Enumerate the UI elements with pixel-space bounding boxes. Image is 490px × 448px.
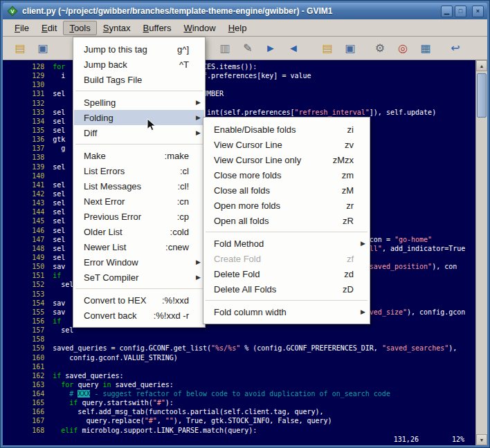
menu-item-close-all-folds[interactable]: Close all foldszM <box>204 183 369 198</box>
paste-icon[interactable]: ▥ <box>216 39 234 57</box>
load-session-icon[interactable]: ▤ <box>318 39 336 57</box>
code-line-158[interactable]: 158 <box>3 335 475 344</box>
menu-item-fold-method[interactable]: Fold Method▶ <box>204 236 369 251</box>
code-line-166[interactable]: 166 self.add_msg_tab(functools.partial(s… <box>3 407 475 416</box>
menubar-item-edit[interactable]: Edit <box>35 21 63 35</box>
code-line-163[interactable]: 163 for query in saved_queries: <box>3 380 475 389</box>
menu-item-convert-to-hex[interactable]: Convert to HEX:%!xxd <box>74 292 204 308</box>
code-line-159[interactable]: 159 saved_queries = config.GCONF.get_lis… <box>3 344 475 353</box>
menubar-item-help[interactable]: Help <box>222 21 253 35</box>
menu-item-error-window[interactable]: Error Window▶ <box>74 254 204 270</box>
run-script-icon[interactable]: ⚙ <box>371 39 389 57</box>
menu-item-label: Convert back <box>84 310 144 321</box>
submenu-arrow-icon: ▶ <box>194 114 201 121</box>
menu-item-open-all-folds[interactable]: Open all foldszR <box>204 213 369 228</box>
code-line-167[interactable]: 167 query.replace("#", ""), True, gtk.ST… <box>3 416 475 425</box>
line-number: 161 <box>3 363 53 371</box>
menubar-item-file[interactable]: File <box>8 21 35 35</box>
code-line-161[interactable]: 161 <box>3 362 475 371</box>
menu-item-view-cursor-line-only[interactable]: View Cursor Line onlyzMzx <box>204 152 369 167</box>
menu-item-shortcut: ^T <box>179 59 189 70</box>
menu-item-list-errors[interactable]: List Errors:cl <box>74 163 204 178</box>
scrollbar-up-icon[interactable]: ▲ <box>476 60 487 71</box>
menu-item-convert-back[interactable]: Convert back:%!xxd -r <box>74 308 204 323</box>
menu-item-diff[interactable]: Diff▶ <box>74 125 204 140</box>
menu-item-shortcut: :cl! <box>177 181 189 192</box>
menu-item-set-compiler[interactable]: SeT Compiler▶ <box>74 270 204 285</box>
maximize-button[interactable]: □ <box>455 6 466 17</box>
menubar-item-window[interactable]: Window <box>177 21 221 35</box>
folding-menu: Enable/Disable foldsziView Cursor Linezv… <box>203 117 370 324</box>
menu-item-next-error[interactable]: Next Error:cn <box>74 194 204 209</box>
menu-item-delete-all-folds[interactable]: Delete All FoldszD <box>204 281 369 297</box>
menu-item-folding[interactable]: Folding▶ <box>74 110 204 125</box>
line-number: 129 <box>3 72 53 80</box>
line-number: 155 <box>3 308 53 316</box>
code-line-165[interactable]: 165 if query.startswith("#"): <box>3 398 475 407</box>
menu-item-shortcut: zR <box>343 216 354 226</box>
find-next-icon[interactable]: ► <box>262 39 280 57</box>
menu-item-spelling[interactable]: Spelling▶ <box>74 95 204 110</box>
menu-item-label: Fold Method <box>214 239 344 249</box>
menu-item-older-list[interactable]: Older List:cold <box>74 224 204 239</box>
menu-item-shortcut: zv <box>345 140 354 150</box>
menu-item-close-more-folds[interactable]: Close more foldszm <box>204 167 369 183</box>
line-number: 140 <box>3 172 53 180</box>
tag-jump-icon[interactable]: ▦ <box>417 39 435 57</box>
menu-item-jump-to-this-tag[interactable]: Jump to this tagg^] <box>74 41 204 57</box>
code-line-160[interactable]: 160 config.gconf.VALUE_STRING) <box>3 353 475 362</box>
find-replace-icon[interactable]: ✎ <box>239 39 257 57</box>
menu-item-list-messages[interactable]: List Messages:cl! <box>74 178 204 194</box>
cursor-position: 131,26 <box>394 434 419 445</box>
save-session-icon[interactable]: ▣ <box>341 39 359 57</box>
code-line-168[interactable]: 168 elif microblog.support.LINK_PARSE.ma… <box>3 426 475 435</box>
line-number: 141 <box>3 181 53 189</box>
menu-item-newer-list[interactable]: Newer List:cnew <box>74 239 204 254</box>
menu-item-make[interactable]: Make:make <box>74 148 204 163</box>
menu-item-view-cursor-line[interactable]: View Cursor Linezv <box>204 137 369 152</box>
scrollbar[interactable]: ▲ ▼ <box>475 60 487 445</box>
scrollbar-thumb[interactable] <box>477 73 487 118</box>
open-file-icon[interactable]: ▤ <box>11 39 29 57</box>
line-number: 138 <box>3 153 53 161</box>
minimize-button[interactable]: ▁ <box>441 6 453 17</box>
menu-item-label: SeT Compiler <box>84 272 179 283</box>
submenu-arrow-icon: ▶ <box>359 240 365 247</box>
menu-item-fold-column-width[interactable]: Fold column width▶ <box>204 304 369 319</box>
menu-item-shortcut: :cp <box>177 212 189 222</box>
menu-item-create-fold[interactable]: Create Foldzf <box>204 251 369 266</box>
line-number: 142 <box>3 190 53 198</box>
menu-item-label: Close all folds <box>214 185 332 196</box>
menu-item-enable-disable-folds[interactable]: Enable/Disable foldszi <box>204 122 369 137</box>
menu-item-open-more-folds[interactable]: Open more foldszr <box>204 198 369 213</box>
line-number: 165 <box>3 399 53 407</box>
find-prev-icon[interactable]: ◄ <box>284 39 302 57</box>
menubar-item-syntax[interactable]: Syntax <box>97 21 137 35</box>
code-line-164[interactable]: 164 # XXX - suggest refactor of below co… <box>3 389 475 398</box>
menu-item-label: Close more folds <box>214 170 332 180</box>
build-tags-icon[interactable]: ◎ <box>394 39 412 57</box>
menubar-item-tools[interactable]: Tools <box>63 21 96 35</box>
save-file-icon[interactable]: ▣ <box>34 39 52 57</box>
menu-item-delete-fold[interactable]: Delete Foldzd <box>204 266 369 281</box>
titlebar[interactable]: V client.py (~/project/gwibber/branches/… <box>3 3 487 19</box>
code-line-162[interactable]: 162 if saved_queries: <box>3 371 475 380</box>
menu-item-shortcut: zD <box>343 284 354 295</box>
menubar-item-buffers[interactable]: Buffers <box>136 21 177 35</box>
line-number: 154 <box>3 299 53 307</box>
close-button[interactable]: × <box>472 6 484 17</box>
menu-item-build-tags-file[interactable]: Build Tags File <box>74 72 204 87</box>
line-number: 153 <box>3 290 53 298</box>
menu-item-shortcut: zM <box>342 185 354 196</box>
menu-item-jump-back[interactable]: Jump back^T <box>74 57 204 72</box>
line-number: 146 <box>3 227 53 234</box>
line-number: 157 <box>3 326 53 334</box>
menu-separator <box>75 288 203 289</box>
menu-item-shortcut: :%!xxd -r <box>154 310 189 321</box>
menu-item-label: Open more folds <box>214 200 336 211</box>
line-number: 156 <box>3 317 53 325</box>
help-icon[interactable]: ↩ <box>446 39 464 57</box>
menu-item-previous-error[interactable]: Previous Error:cp <box>74 209 204 224</box>
scrollbar-down-icon[interactable]: ▼ <box>476 434 487 445</box>
line-number: 147 <box>3 236 53 243</box>
